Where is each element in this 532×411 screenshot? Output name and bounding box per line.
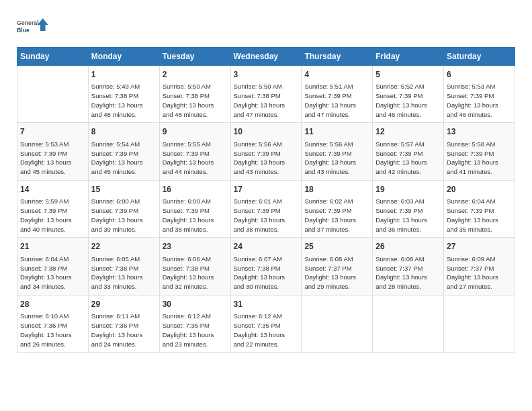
day-info: Sunrise: 6:07 AMSunset: 7:38 PMDaylight:…	[234, 255, 299, 291]
day-number: 26	[375, 241, 441, 253]
day-number: 18	[304, 184, 369, 195]
day-info: Sunrise: 5:56 AMSunset: 7:39 PMDaylight:…	[234, 140, 299, 177]
day-cell: 23Sunrise: 6:06 AMSunset: 7:38 PMDayligh…	[159, 238, 230, 295]
week-row-3: 14Sunrise: 5:59 AMSunset: 7:39 PMDayligh…	[17, 180, 515, 237]
day-info: Sunrise: 6:00 AMSunset: 7:39 PMDaylight:…	[91, 197, 157, 234]
day-cell: 2Sunrise: 5:50 AMSunset: 7:38 PMDaylight…	[159, 66, 230, 123]
day-info: Sunrise: 6:10 AMSunset: 7:36 PMDaylight:…	[20, 312, 85, 349]
day-info: Sunrise: 6:05 AMSunset: 7:38 PMDaylight:…	[91, 255, 157, 291]
col-header-tuesday: Tuesday	[159, 48, 230, 66]
day-number: 10	[234, 126, 299, 138]
logo: General Blue	[17, 13, 50, 40]
day-cell	[373, 295, 444, 352]
day-number: 7	[20, 126, 85, 138]
day-cell: 25Sunrise: 6:08 AMSunset: 7:37 PMDayligh…	[302, 238, 373, 295]
day-cell: 15Sunrise: 6:00 AMSunset: 7:39 PMDayligh…	[88, 180, 159, 237]
day-cell: 10Sunrise: 5:56 AMSunset: 7:39 PMDayligh…	[230, 123, 302, 180]
day-info: Sunrise: 5:59 AMSunset: 7:39 PMDaylight:…	[20, 197, 85, 234]
day-cell: 19Sunrise: 6:03 AMSunset: 7:39 PMDayligh…	[373, 180, 444, 237]
day-info: Sunrise: 6:00 AMSunset: 7:39 PMDaylight:…	[163, 197, 228, 234]
day-info: Sunrise: 6:09 AMSunset: 7:37 PMDaylight:…	[447, 255, 512, 291]
day-cell: 22Sunrise: 6:05 AMSunset: 7:38 PMDayligh…	[88, 238, 159, 295]
day-number: 14	[20, 184, 85, 195]
day-info: Sunrise: 6:04 AMSunset: 7:38 PMDaylight:…	[20, 255, 85, 291]
day-info: Sunrise: 5:57 AMSunset: 7:39 PMDaylight:…	[375, 140, 441, 177]
day-cell: 30Sunrise: 6:12 AMSunset: 7:35 PMDayligh…	[159, 295, 230, 352]
day-cell: 6Sunrise: 5:53 AMSunset: 7:39 PMDaylight…	[444, 66, 515, 123]
day-info: Sunrise: 5:51 AMSunset: 7:39 PMDaylight:…	[304, 82, 369, 119]
day-info: Sunrise: 5:58 AMSunset: 7:39 PMDaylight:…	[447, 140, 512, 177]
day-cell: 11Sunrise: 5:56 AMSunset: 7:39 PMDayligh…	[302, 123, 373, 180]
col-header-saturday: Saturday	[444, 48, 515, 66]
day-info: Sunrise: 5:50 AMSunset: 7:38 PMDaylight:…	[234, 82, 299, 119]
day-info: Sunrise: 5:56 AMSunset: 7:39 PMDaylight:…	[304, 140, 369, 177]
day-number: 31	[234, 299, 299, 310]
day-cell: 29Sunrise: 6:11 AMSunset: 7:36 PMDayligh…	[88, 295, 159, 352]
day-cell: 13Sunrise: 5:58 AMSunset: 7:39 PMDayligh…	[444, 123, 515, 180]
day-number: 28	[20, 299, 85, 310]
day-cell: 5Sunrise: 5:52 AMSunset: 7:39 PMDaylight…	[373, 66, 444, 123]
day-number: 9	[163, 126, 228, 138]
day-number: 2	[163, 69, 228, 81]
day-number: 13	[447, 126, 512, 138]
day-info: Sunrise: 6:08 AMSunset: 7:37 PMDaylight:…	[375, 255, 441, 291]
day-info: Sunrise: 6:01 AMSunset: 7:39 PMDaylight:…	[234, 197, 299, 234]
day-cell	[17, 66, 89, 123]
day-number: 25	[304, 241, 369, 253]
col-header-sunday: Sunday	[17, 48, 89, 66]
day-info: Sunrise: 5:49 AMSunset: 7:38 PMDaylight:…	[91, 82, 157, 119]
day-number: 21	[20, 241, 85, 253]
day-cell	[444, 295, 515, 352]
day-number: 24	[234, 241, 299, 253]
day-cell: 12Sunrise: 5:57 AMSunset: 7:39 PMDayligh…	[373, 123, 444, 180]
day-cell: 27Sunrise: 6:09 AMSunset: 7:37 PMDayligh…	[444, 238, 515, 295]
day-number: 22	[91, 241, 157, 253]
col-header-monday: Monday	[88, 48, 159, 66]
week-row-5: 28Sunrise: 6:10 AMSunset: 7:36 PMDayligh…	[17, 295, 515, 352]
day-info: Sunrise: 6:12 AMSunset: 7:35 PMDaylight:…	[234, 312, 299, 349]
header-row: SundayMondayTuesdayWednesdayThursdayFrid…	[17, 48, 515, 66]
day-number: 4	[304, 69, 369, 81]
svg-marker-2	[38, 18, 48, 31]
day-number: 23	[163, 241, 228, 253]
day-cell	[302, 295, 373, 352]
day-cell: 28Sunrise: 6:10 AMSunset: 7:36 PMDayligh…	[17, 295, 89, 352]
day-number: 15	[91, 184, 157, 195]
day-cell: 31Sunrise: 6:12 AMSunset: 7:35 PMDayligh…	[230, 295, 302, 352]
day-cell: 3Sunrise: 5:50 AMSunset: 7:38 PMDaylight…	[230, 66, 302, 123]
day-info: Sunrise: 5:55 AMSunset: 7:39 PMDaylight:…	[163, 140, 228, 177]
day-number: 20	[447, 184, 512, 195]
day-cell: 1Sunrise: 5:49 AMSunset: 7:38 PMDaylight…	[88, 66, 159, 123]
day-cell: 26Sunrise: 6:08 AMSunset: 7:37 PMDayligh…	[373, 238, 444, 295]
day-cell: 4Sunrise: 5:51 AMSunset: 7:39 PMDaylight…	[302, 66, 373, 123]
week-row-2: 7Sunrise: 5:53 AMSunset: 7:39 PMDaylight…	[17, 123, 515, 180]
week-row-1: 1Sunrise: 5:49 AMSunset: 7:38 PMDaylight…	[17, 66, 515, 123]
logo-svg: General Blue	[17, 13, 50, 40]
day-number: 30	[163, 299, 228, 310]
calendar-table: SundayMondayTuesdayWednesdayThursdayFrid…	[17, 47, 515, 353]
col-header-friday: Friday	[373, 48, 444, 66]
header: General Blue	[17, 13, 515, 40]
day-info: Sunrise: 6:04 AMSunset: 7:39 PMDaylight:…	[447, 197, 512, 234]
day-cell: 17Sunrise: 6:01 AMSunset: 7:39 PMDayligh…	[230, 180, 302, 237]
day-number: 3	[234, 69, 299, 81]
day-cell: 8Sunrise: 5:54 AMSunset: 7:39 PMDaylight…	[88, 123, 159, 180]
day-cell: 16Sunrise: 6:00 AMSunset: 7:39 PMDayligh…	[159, 180, 230, 237]
day-number: 27	[447, 241, 512, 253]
day-info: Sunrise: 6:08 AMSunset: 7:37 PMDaylight:…	[304, 255, 369, 291]
day-number: 12	[375, 126, 441, 138]
day-cell: 20Sunrise: 6:04 AMSunset: 7:39 PMDayligh…	[444, 180, 515, 237]
day-number: 19	[375, 184, 441, 195]
day-cell: 18Sunrise: 6:02 AMSunset: 7:39 PMDayligh…	[302, 180, 373, 237]
day-number: 16	[163, 184, 228, 195]
day-number: 5	[375, 69, 441, 81]
day-info: Sunrise: 5:50 AMSunset: 7:38 PMDaylight:…	[163, 82, 228, 119]
day-cell: 24Sunrise: 6:07 AMSunset: 7:38 PMDayligh…	[230, 238, 302, 295]
day-number: 11	[304, 126, 369, 138]
day-number: 6	[447, 69, 512, 81]
day-number: 1	[91, 69, 157, 81]
col-header-wednesday: Wednesday	[230, 48, 302, 66]
day-info: Sunrise: 6:03 AMSunset: 7:39 PMDaylight:…	[375, 197, 441, 234]
day-info: Sunrise: 5:53 AMSunset: 7:39 PMDaylight:…	[20, 140, 85, 177]
day-number: 29	[91, 299, 157, 310]
